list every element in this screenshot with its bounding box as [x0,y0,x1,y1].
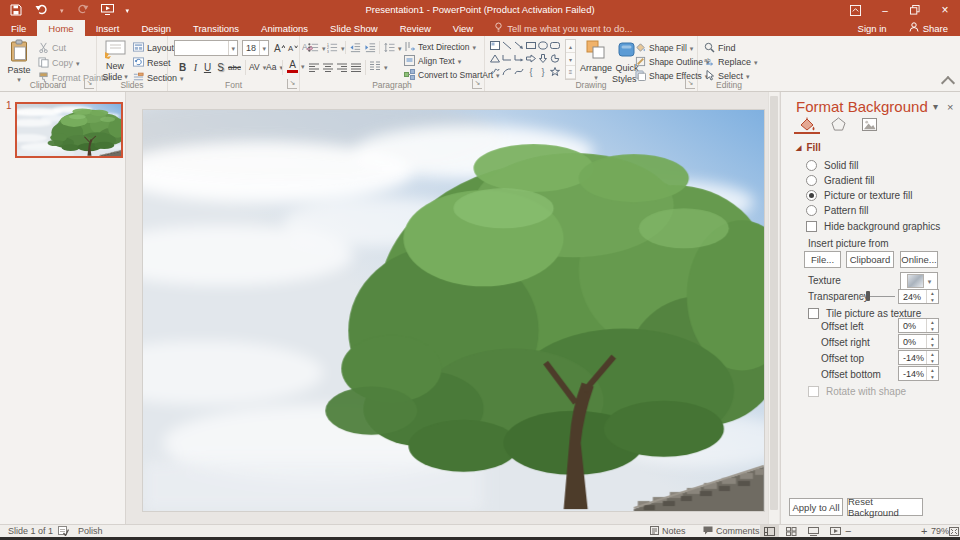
replace-button[interactable]: ab Replace ▾ [704,55,758,69]
tab-file[interactable]: File [0,20,37,36]
tile-picture-checkbox[interactable] [808,308,819,319]
solid-fill-radio[interactable] [806,160,817,171]
option-gradient-fill[interactable]: Gradient fill [806,174,875,186]
font-dialog-launcher[interactable]: ↘ [287,79,297,89]
comments-button[interactable]: Comments [703,525,760,537]
slide-editing-area[interactable] [143,110,764,511]
apply-to-all-button[interactable]: Apply to All [789,498,843,516]
align-left-button[interactable] [308,60,321,75]
notes-button[interactable]: Notes [650,525,686,537]
offset-right-down-icon[interactable]: ▾ [927,342,938,349]
shape-elbow-arrow-icon[interactable] [513,52,525,65]
justify-button[interactable] [350,60,363,75]
shape-pie-icon[interactable] [549,52,561,65]
collapse-ribbon-icon[interactable] [941,76,955,90]
tab-slideshow[interactable]: Slide Show [319,20,389,36]
drawing-dialog-launcher[interactable]: ↘ [685,79,695,89]
columns-button[interactable]: ▾ [370,60,388,74]
transparency-spin-down-icon[interactable]: ▾ [927,297,938,304]
offset-left-down-icon[interactable]: ▾ [927,326,938,333]
undo-dropdown-icon[interactable]: ▾ [60,7,64,14]
zoom-out-button[interactable]: − [845,525,851,537]
option-hide-background[interactable]: Hide background graphics [806,220,940,232]
paragraph-dialog-launcher[interactable]: ↘ [472,79,482,89]
gallery-scroll-down-icon[interactable]: ▾ [566,53,575,66]
gallery-scroll-up-icon[interactable]: ▴ [566,40,575,53]
language-indicator[interactable]: Polish [78,525,103,537]
shapes-gallery[interactable]: { } [489,39,561,78]
tab-transitions[interactable]: Transitions [182,20,250,36]
shape-curve-icon[interactable] [513,65,525,78]
shape-textbox-icon[interactable] [489,39,501,52]
texture-dropdown-button[interactable]: ▾ [900,272,938,290]
sign-in-link[interactable]: Sign in [848,20,897,36]
increase-font-size-button[interactable]: A [272,40,285,55]
align-text-button[interactable]: Align Text ▾ [404,54,461,68]
arrange-button[interactable]: Arrange ▾ [581,39,611,86]
shape-right-brace-icon[interactable]: } [537,65,549,78]
align-center-button[interactable] [322,60,335,75]
pane-options-dropdown-icon[interactable]: ▾ [933,101,938,112]
shape-line-icon[interactable] [501,39,513,52]
option-solid-fill[interactable]: Solid fill [806,159,858,171]
offset-top-down-icon[interactable]: ▾ [927,358,938,365]
tab-insert[interactable]: Insert [85,20,131,36]
transparency-slider-track[interactable] [859,296,895,297]
decrease-font-size-button[interactable]: A [286,40,299,55]
shape-left-brace-icon[interactable]: { [525,65,537,78]
numbering-button[interactable]: 123 ▾ [327,41,345,55]
close-button[interactable]: × [930,0,960,20]
fit-slide-to-window-icon[interactable] [949,525,959,537]
pane-close-icon[interactable]: × [947,101,953,113]
slide-sorter-view-button[interactable] [782,525,801,537]
slideshow-view-button[interactable] [826,525,845,537]
zoom-in-button[interactable]: + [921,525,927,537]
shape-arrow-icon[interactable] [513,39,525,52]
font-name-combobox[interactable]: ▾ [174,40,238,56]
clipboard-dialog-launcher[interactable]: ↘ [84,79,94,89]
gradient-fill-radio[interactable] [806,175,817,186]
bold-button[interactable]: B [176,60,189,75]
shape-rounded-rectangle-icon[interactable] [549,39,561,52]
text-direction-button[interactable]: Text Direction ▾ [404,40,476,54]
option-picture-fill[interactable]: Picture or texture fill [806,189,912,201]
ribbon-display-options-icon[interactable] [840,0,870,20]
tell-me-box[interactable]: Tell me what you want to do... [494,20,632,36]
undo-icon[interactable] [35,4,48,17]
picture-fill-radio[interactable] [806,190,817,201]
reset-background-button[interactable]: Reset Background [847,498,923,516]
offset-left-stepper[interactable]: ▴▾ [926,319,938,332]
underline-button[interactable]: U [201,60,214,75]
save-icon[interactable] [10,4,23,17]
offset-bottom-down-icon[interactable]: ▾ [927,374,938,381]
restore-button[interactable] [900,0,930,20]
font-size-combobox[interactable]: 18 ▾ [242,40,269,56]
shape-triangle-icon[interactable] [489,52,501,65]
shape-arc-icon[interactable] [501,65,513,78]
normal-view-button[interactable] [760,525,779,537]
file-button[interactable]: File... [804,251,841,268]
find-button[interactable]: Find [704,41,736,55]
character-spacing-button[interactable]: AV ▾ [249,60,266,74]
shape-fill-button[interactable]: Shape Fill ▾ [635,41,693,55]
fill-section-header[interactable]: ◢ Fill [796,142,821,153]
cut-button[interactable]: Cut [38,41,66,55]
tab-review[interactable]: Review [389,20,442,36]
share-button[interactable]: Share [897,20,960,36]
change-case-button[interactable]: Aa ▾ [266,60,283,74]
clipboard-button[interactable]: Clipboard [846,251,894,268]
shape-oval-icon[interactable] [537,39,549,52]
option-pattern-fill[interactable]: Pattern fill [806,204,868,216]
tab-home[interactable]: Home [37,20,84,36]
offset-top-stepper[interactable]: ▴▾ [926,351,938,364]
reset-button[interactable]: Reset [133,56,171,70]
shape-down-arrow-icon[interactable] [537,52,549,65]
new-slide-button[interactable]: New Slide ▾ [99,39,131,86]
offset-right-spinbox[interactable]: 0% ▴▾ [898,334,939,349]
shape-rectangle-icon[interactable] [525,39,537,52]
shape-star-icon[interactable] [549,65,561,78]
pattern-fill-radio[interactable] [806,205,817,216]
offset-top-spinbox[interactable]: -14% ▴▾ [898,350,939,365]
slide-indicator[interactable]: Slide 1 of 1 [8,525,53,537]
copy-button[interactable]: Copy ▾ [38,56,80,70]
